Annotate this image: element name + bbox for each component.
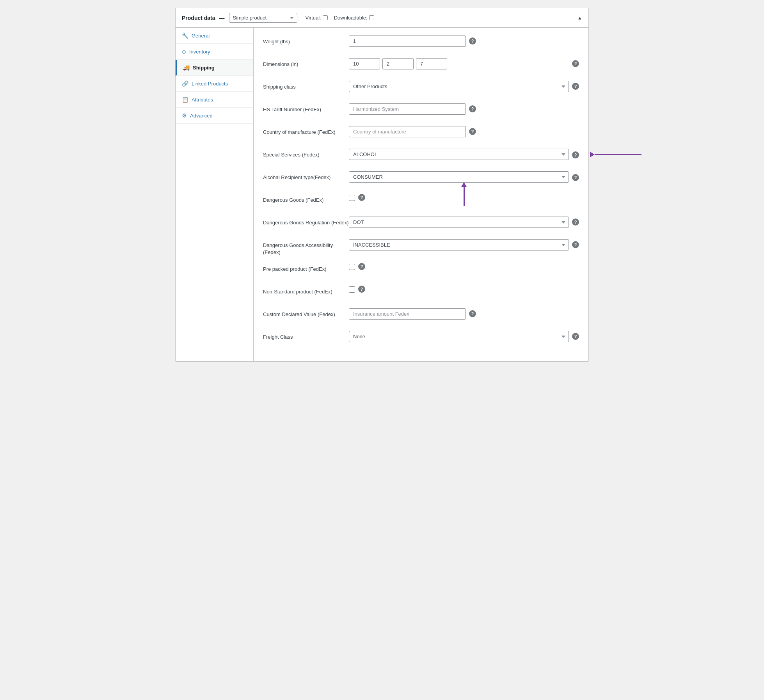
special-services-select[interactable]: ALCOHOL NONE BATTERY DANGEROUS_GOODS DRY… — [349, 149, 569, 160]
weight-help-icon[interactable]: ? — [469, 37, 476, 44]
product-type-select[interactable]: Simple product Variable product Grouped … — [229, 13, 297, 23]
panel-body: 🔧 General ◇ Inventory 🚚 Shipping 🔗 Linke… — [176, 28, 588, 361]
hs-tariff-help-icon[interactable]: ? — [469, 105, 476, 112]
sidebar: 🔧 General ◇ Inventory 🚚 Shipping 🔗 Linke… — [176, 28, 254, 361]
pre-packed-label: Pre packed product (FedEx) — [263, 263, 349, 273]
dangerous-goods-accessibility-label: Dangerous Goods Accessibility (Fedex) — [263, 239, 349, 256]
custom-declared-input[interactable] — [349, 308, 466, 320]
alcohol-recipient-field: CONSUMER LICENSEE ? — [349, 171, 579, 183]
weight-label: Weight (lbs) — [263, 36, 349, 45]
sidebar-label-advanced: Advanced — [190, 113, 213, 119]
collapse-icon[interactable]: ▲ — [577, 15, 582, 21]
hs-tariff-input[interactable] — [349, 103, 466, 115]
dangerous-goods-checkbox[interactable] — [349, 195, 355, 201]
sidebar-label-attributes: Attributes — [192, 97, 213, 103]
panel-title: Product data — — [182, 15, 224, 21]
up-arrow-annotation — [461, 182, 467, 206]
dimension-width-input[interactable] — [382, 58, 414, 69]
country-label: Country of manufacture (FedEx) — [263, 126, 349, 136]
virtual-label[interactable]: Virtual: — [305, 15, 327, 21]
dangerous-goods-regulation-field: DOT IATA ORMD LIMITED_QUANTITY PASSENGER… — [349, 217, 579, 228]
virtual-text: Virtual: — [305, 15, 321, 21]
dangerous-goods-regulation-label: Dangerous Goods Regulation (Fedex) — [263, 217, 349, 226]
shipping-class-select[interactable]: Other Products No shipping class — [349, 81, 569, 92]
shipping-class-help-icon[interactable]: ? — [572, 83, 579, 90]
dimension-height-input[interactable] — [416, 58, 447, 69]
custom-declared-field: ? — [349, 308, 579, 320]
dangerous-goods-accessibility-help-icon[interactable]: ? — [572, 241, 579, 248]
dangerous-goods-regulation-select[interactable]: DOT IATA ORMD LIMITED_QUANTITY PASSENGER… — [349, 217, 569, 228]
link-icon: 🔗 — [182, 80, 188, 87]
sidebar-item-shipping[interactable]: 🚚 Shipping — [176, 60, 253, 76]
hs-tariff-row: HS Tariff Number (FedEx) ? — [263, 103, 579, 119]
sidebar-label-linked-products: Linked Products — [192, 81, 228, 87]
pre-packed-checkbox[interactable] — [349, 264, 355, 270]
shipping-class-label: Shipping class — [263, 81, 349, 91]
sidebar-item-general[interactable]: 🔧 General — [176, 28, 253, 44]
dangerous-goods-accessibility-field: INACCESSIBLE ACCESSIBLE ? — [349, 239, 579, 251]
panel-header: Product data — Simple product Variable p… — [176, 8, 588, 28]
sidebar-label-shipping: Shipping — [193, 65, 215, 71]
dangerous-goods-regulation-help-icon[interactable]: ? — [572, 219, 579, 226]
downloadable-checkbox[interactable] — [369, 15, 374, 20]
inventory-icon: ◇ — [182, 48, 186, 55]
sidebar-item-linked-products[interactable]: 🔗 Linked Products — [176, 76, 253, 92]
freight-class-row: Freight Class None 50 55 60 65 70 77.5 8… — [263, 331, 579, 346]
non-standard-checkbox[interactable] — [349, 286, 355, 293]
list-icon: 📋 — [182, 96, 188, 103]
dangerous-goods-label: Dangerous Goods (FedEx) — [263, 194, 349, 204]
dangerous-goods-regulation-row: Dangerous Goods Regulation (Fedex) DOT I… — [263, 217, 579, 232]
sidebar-item-attributes[interactable]: 📋 Attributes — [176, 92, 253, 108]
virtual-checkbox[interactable] — [323, 15, 328, 20]
sidebar-item-advanced[interactable]: ⚙ Advanced — [176, 108, 253, 124]
dimensions-row: Dimensions (in) ? — [263, 58, 579, 74]
weight-input[interactable] — [349, 36, 466, 47]
up-arrow-line — [464, 187, 465, 206]
dangerous-goods-row: Dangerous Goods (FedEx) ? — [263, 194, 579, 210]
alcohol-recipient-row: Alcohal Recipient type(Fedex) CONSUMER L… — [263, 171, 579, 187]
weight-row: Weight (lbs) ? — [263, 36, 579, 51]
downloadable-label[interactable]: Downloadable: — [334, 15, 374, 21]
dimensions-help-icon[interactable]: ? — [572, 60, 579, 67]
product-data-panel: Product data — Simple product Variable p… — [175, 8, 589, 362]
custom-declared-help-icon[interactable]: ? — [469, 310, 476, 317]
wrench-icon: 🔧 — [182, 32, 188, 39]
non-standard-row: Non-Standard product (FedEx) ? — [263, 286, 579, 301]
sidebar-label-inventory: Inventory — [189, 49, 210, 55]
panel-dash: — — [219, 15, 224, 21]
dimension-length-input[interactable] — [349, 58, 380, 69]
truck-icon: 🚚 — [183, 64, 190, 71]
custom-declared-row: Custom Declared Value (Fedex) ? — [263, 308, 579, 324]
virtual-downloadable-options: Virtual: Downloadable: — [305, 15, 374, 21]
non-standard-field: ? — [349, 286, 579, 293]
dimensions-label: Dimensions (in) — [263, 58, 349, 68]
hs-tariff-label: HS Tariff Number (FedEx) — [263, 103, 349, 113]
weight-field: ? — [349, 36, 579, 47]
shipping-fields: Weight (lbs) ? Dimensions (in) — [254, 28, 588, 361]
non-standard-help-icon[interactable]: ? — [358, 286, 365, 293]
dimensions-inputs — [349, 58, 569, 69]
hs-tariff-field: ? — [349, 103, 579, 115]
alcohol-recipient-label: Alcohal Recipient type(Fedex) — [263, 171, 349, 181]
alcohol-recipient-help-icon[interactable]: ? — [572, 174, 579, 181]
panel-title-text: Product data — [182, 15, 215, 21]
dangerous-goods-accessibility-select[interactable]: INACCESSIBLE ACCESSIBLE — [349, 239, 569, 251]
pre-packed-help-icon[interactable]: ? — [358, 263, 365, 270]
freight-class-field: None 50 55 60 65 70 77.5 85 92.5 100 110… — [349, 331, 579, 342]
dangerous-goods-accessibility-row: Dangerous Goods Accessibility (Fedex) IN… — [263, 239, 579, 256]
dangerous-goods-help-icon[interactable]: ? — [358, 194, 365, 201]
sidebar-label-general: General — [192, 33, 210, 39]
shipping-class-field: Other Products No shipping class ? — [349, 81, 579, 92]
special-services-help-icon[interactable]: ? — [572, 151, 579, 158]
freight-class-help-icon[interactable]: ? — [572, 333, 579, 340]
country-input[interactable] — [349, 126, 466, 137]
pre-packed-field: ? — [349, 263, 579, 270]
country-help-icon[interactable]: ? — [469, 128, 476, 135]
freight-class-select[interactable]: None 50 55 60 65 70 77.5 85 92.5 100 110… — [349, 331, 569, 342]
special-services-label: Special Services (Fedex) — [263, 149, 349, 158]
alcohol-recipient-select[interactable]: CONSUMER LICENSEE — [349, 171, 569, 183]
freight-class-label: Freight Class — [263, 331, 349, 341]
pre-packed-row: Pre packed product (FedEx) ? — [263, 263, 579, 279]
right-arrow-annotation — [590, 152, 641, 157]
sidebar-item-inventory[interactable]: ◇ Inventory — [176, 44, 253, 60]
